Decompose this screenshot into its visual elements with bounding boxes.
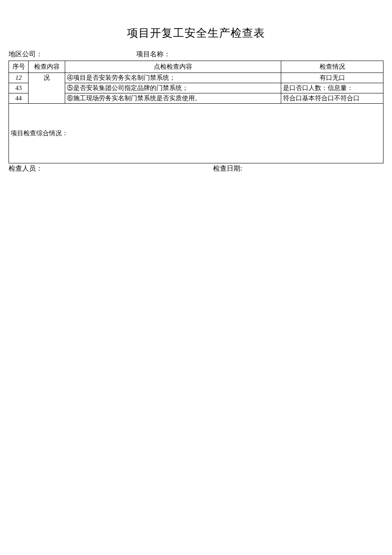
table-row: 44 ⑥施工现场劳务实名制门禁系统是否实质使用。 符合口基本符合口不符合口	[9, 93, 383, 104]
inspector-label: 检查人员：	[9, 164, 213, 173]
cell-seq: 44	[9, 93, 29, 104]
table-header-row: 序号 检查内容 点检检查内容 检查情况	[9, 61, 383, 73]
meta-row: 地区公司： 项目名称：	[9, 50, 383, 59]
summary-cell: 项目检查综合情况：	[9, 104, 383, 163]
cell-item: ⑤是否安装集团公司指定品牌的门禁系统；	[65, 83, 281, 93]
header-category: 检查内容	[29, 61, 65, 73]
page-title: 项目开复工安全生产检查表	[9, 26, 383, 41]
cell-item: ⑥施工现场劳务实名制门禁系统是否实质使用。	[65, 93, 281, 104]
header-seq: 序号	[9, 61, 29, 73]
table-row: 43 ⑤是否安装集团公司指定品牌的门禁系统； 是口否口人数：信息量：	[9, 83, 383, 93]
cell-status: 符合口基本符合口不符合口	[281, 93, 383, 104]
cell-seq: 43	[9, 83, 29, 93]
cell-seq: 12	[9, 73, 29, 83]
header-item: 点检检查内容	[65, 61, 281, 73]
inspection-date-label: 检查日期:	[213, 164, 383, 173]
cell-status: 是口否口人数：信息量：	[281, 83, 383, 93]
cell-category: 况	[29, 73, 65, 104]
project-name-label: 项目名称：	[136, 50, 383, 59]
page: 项目开复工安全生产检查表 地区公司： 项目名称： 序号 检查内容 点检检查内容 …	[0, 0, 392, 173]
region-company-label: 地区公司：	[9, 50, 136, 59]
footer-row: 检查人员： 检查日期:	[9, 164, 383, 173]
table-row: 12 况 ④项目是否安装劳务实名制门禁系统； 有口无口	[9, 73, 383, 83]
cell-item: ④项目是否安装劳务实名制门禁系统；	[65, 73, 281, 83]
inspection-table: 序号 检查内容 点检检查内容 检查情况 12 况 ④项目是否安装劳务实名制门禁系…	[9, 61, 383, 163]
header-status: 检查情况	[281, 61, 383, 73]
cell-status: 有口无口	[281, 73, 383, 83]
summary-row: 项目检查综合情况：	[9, 104, 383, 163]
